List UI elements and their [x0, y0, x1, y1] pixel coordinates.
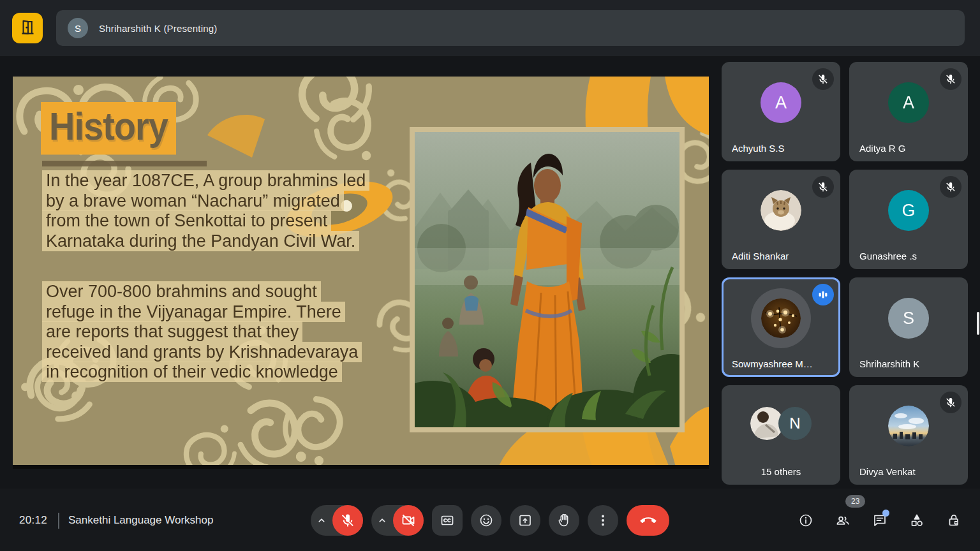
participant-name: Shriharshith K	[859, 358, 919, 369]
avatar-photo-sky	[888, 406, 929, 446]
door-icon	[19, 18, 36, 38]
participant-tile-shriharshith[interactable]: S Shriharshith K	[849, 277, 968, 377]
audio-level-icon	[817, 289, 829, 300]
host-lock-icon	[946, 513, 961, 528]
mic-muted-indicator	[812, 68, 834, 90]
presenter-name: Shriharshith K (Presenting)	[99, 23, 217, 34]
participant-name: 15 others	[722, 466, 840, 477]
speaking-indicator	[812, 284, 834, 305]
presenter-avatar: S	[68, 18, 88, 38]
slide-paragraph-2: Over 700-800 brahmins and sought refuge …	[42, 282, 366, 383]
participant-tile-overflow[interactable]: N 15 others	[722, 385, 840, 485]
mic-muted-indicator	[940, 392, 961, 413]
participant-name: Aditi Shankar	[732, 251, 789, 261]
slide-letterbox-edge	[13, 465, 709, 469]
avatar: A	[761, 82, 801, 123]
activities-button[interactable]	[909, 513, 924, 528]
slide-paragraph-1: In the year 1087CE, A group brahmins led…	[42, 171, 366, 251]
mic-options-chevron[interactable]	[311, 505, 332, 536]
slide-title: History	[41, 102, 176, 155]
raise-hand-button[interactable]	[549, 505, 579, 536]
participant-name: Gunashree .s	[859, 251, 917, 261]
meeting-title: Sankethi Language Workshop	[68, 514, 213, 527]
participant-name: Sowmyashree M…	[732, 358, 813, 369]
meeting-info-button[interactable]	[798, 513, 813, 528]
side-panel-controls: 23	[798, 513, 961, 528]
woman-in-saree-illustration	[415, 132, 679, 427]
present-button[interactable]	[510, 505, 540, 536]
participant-name: Achyuth S.S	[732, 143, 785, 154]
participants-scrollbar[interactable]	[977, 312, 979, 335]
avatar-photo-lights	[761, 298, 801, 338]
presentation-slide[interactable]: History In the year 1087CE, A group brah…	[13, 77, 709, 469]
mic-muted-indicator	[940, 176, 961, 198]
participant-tile-aditya[interactable]: A Aditya R G	[849, 62, 968, 161]
chat-button[interactable]	[872, 513, 887, 528]
app-logo	[12, 13, 43, 43]
raise-hand-icon	[556, 513, 572, 528]
smiley-icon	[479, 513, 494, 528]
stacked-avatars: N	[750, 406, 812, 441]
end-call-button[interactable]	[627, 505, 669, 536]
more-vert-icon	[595, 513, 611, 528]
avatar: A	[888, 82, 929, 123]
participant-tile-sowmyashree-speaking[interactable]: Sowmyashree M…	[722, 277, 840, 377]
people-button[interactable]: 23	[835, 513, 850, 528]
presenter-banner[interactable]: S Shriharshith K (Presenting)	[56, 10, 965, 46]
participant-tile-gunashree[interactable]: G Gunashree .s	[849, 170, 968, 269]
call-end-icon	[640, 512, 657, 529]
present-to-all-icon	[517, 513, 533, 528]
people-icon	[835, 513, 850, 528]
clock: 20:12	[19, 514, 47, 527]
chevron-up-icon	[316, 515, 327, 526]
participant-tile-divya[interactable]: Divya Venkat	[849, 385, 968, 485]
participant-tile-achyuth[interactable]: A Achyuth S.S	[722, 62, 840, 161]
chevron-up-icon	[376, 515, 388, 526]
mic-button[interactable]	[332, 505, 363, 536]
chat-notification-dot	[882, 510, 889, 517]
avatar: G	[888, 190, 929, 231]
people-count-badge: 23	[845, 495, 865, 508]
participant-tile-aditi[interactable]: Aditi Shankar	[722, 170, 840, 269]
activities-icon	[909, 513, 924, 528]
camera-off-icon	[401, 513, 416, 528]
mic-off-icon	[817, 181, 829, 193]
captions-button[interactable]	[432, 505, 463, 536]
call-controls	[311, 505, 669, 536]
mic-control-group	[311, 505, 363, 536]
captions-icon	[440, 513, 455, 528]
info-icon	[798, 513, 813, 528]
participant-name: Divya Venkat	[859, 466, 916, 477]
camera-control-group	[371, 505, 424, 536]
participant-name: Aditya R G	[859, 143, 906, 154]
mic-off-icon	[945, 397, 956, 408]
camera-button[interactable]	[393, 505, 424, 536]
slide-illustration	[410, 127, 685, 432]
mic-off-icon	[945, 73, 956, 85]
bottom-bar-divider	[58, 513, 59, 529]
slide-title-underline	[42, 161, 207, 166]
avatar-photo-cat	[761, 190, 801, 231]
mic-off-icon	[340, 513, 355, 528]
avatar: N	[778, 407, 812, 440]
participants-grid: A Achyuth S.S A Aditya R G	[722, 62, 968, 485]
reactions-button[interactable]	[471, 505, 501, 536]
mic-muted-indicator	[940, 68, 961, 90]
mic-off-icon	[817, 73, 829, 85]
host-controls-button[interactable]	[946, 513, 961, 528]
mic-off-icon	[945, 181, 956, 193]
more-options-button[interactable]	[588, 505, 618, 536]
mic-muted-indicator	[812, 176, 834, 198]
avatar: S	[888, 298, 929, 339]
camera-options-chevron[interactable]	[371, 505, 393, 536]
